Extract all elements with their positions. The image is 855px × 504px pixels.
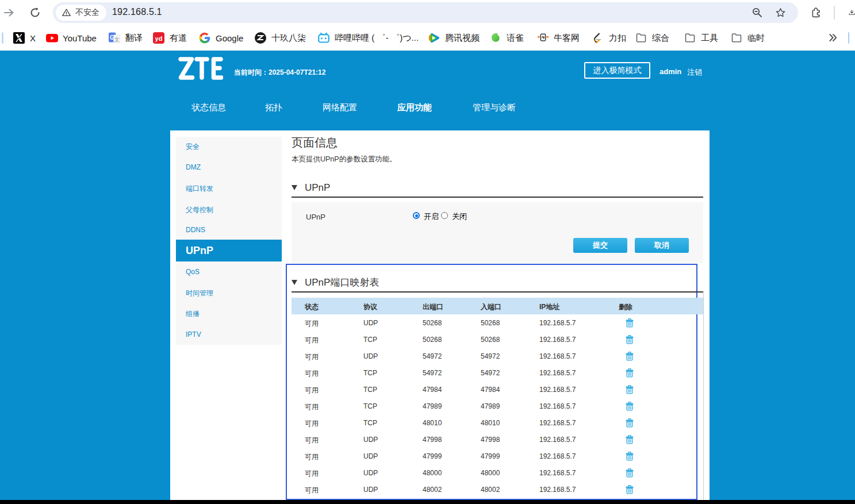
- svg-text:文: 文: [114, 36, 120, 43]
- svg-text:yd: yd: [155, 35, 163, 42]
